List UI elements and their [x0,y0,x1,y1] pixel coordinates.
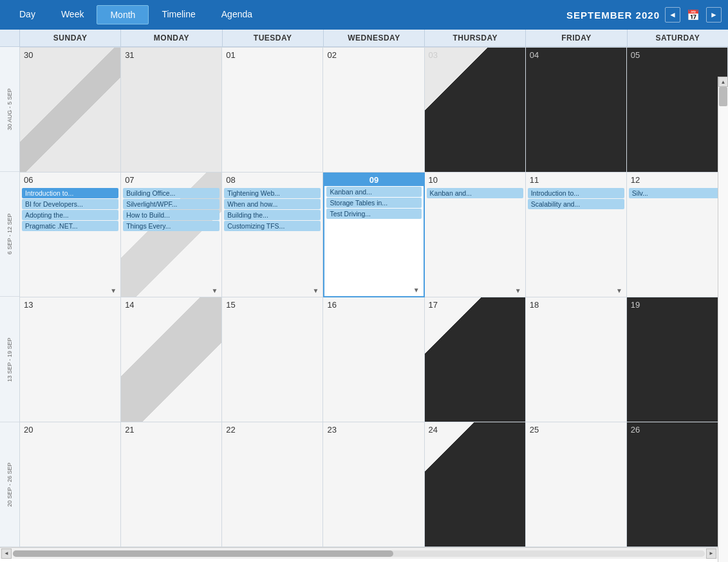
cell-sep-04[interactable]: 04 [526,48,627,173]
cell-aug-30[interactable]: 30 [20,48,121,173]
cell-sep-25[interactable]: 25 [526,422,627,547]
event-sep06-4[interactable]: Pragmatic .NET... [22,221,118,231]
event-sep09-1[interactable]: Kanban and... [326,187,421,197]
header-thursday: THURSDAY [424,30,525,46]
scroll-left-button[interactable]: ◄ [1,548,12,559]
date-sep-25: 25 [526,422,626,437]
cell-sep-08[interactable]: 08 Tightening Web... When and how... Bui… [222,173,323,297]
cell-sep-21[interactable]: 21 [121,422,222,547]
event-sep06-2[interactable]: BI for Developers... [22,199,118,209]
event-sep08-4[interactable]: Customizing TFS... [224,221,321,231]
more-sep11[interactable]: ▼ [616,287,622,294]
scroll-right-button[interactable]: ► [706,548,716,559]
more-sep09[interactable]: ▼ [413,286,420,294]
week-labels: 30 AUG - 5 SEP 6 SEP - 12 SEP 13 SEP - 1… [0,47,19,547]
event-sep07-3[interactable]: How to Build... [123,210,219,220]
h-scroll-thumb[interactable] [13,550,393,557]
event-sep07-2[interactable]: Silverlight/WPF... [123,199,219,209]
date-sep-16: 16 [323,297,424,312]
event-sep07-1[interactable]: Building Office... [123,188,219,198]
week-label-2: 13 SEP - 19 SEP [0,297,19,422]
date-sep-06: 06 [20,173,120,187]
scroll-thumb[interactable] [719,87,727,106]
date-sep-12: 12 [627,173,727,187]
header-wednesday: WEDNESDAY [323,30,424,46]
date-sep-22: 22 [222,422,322,437]
date-aug-31: 31 [121,48,221,62]
tab-day[interactable]: Day [6,5,48,24]
cell-sep-05[interactable]: 05 [627,48,728,173]
date-sep-15: 15 [222,297,322,312]
tab-agenda[interactable]: Agenda [209,5,265,24]
tab-week[interactable]: Week [48,5,97,24]
date-sep-09: 09 [324,174,423,186]
event-sep12-1[interactable]: Silv... [629,188,725,198]
event-sep08-2[interactable]: When and how... [224,199,321,209]
cell-sep-22[interactable]: 22 [222,422,323,547]
more-sep08[interactable]: ▼ [313,287,319,294]
cell-sep-12[interactable]: 12 Silv... [627,173,728,297]
more-sep10[interactable]: ▼ [515,287,521,294]
date-sep-21: 21 [121,422,221,437]
cell-sep-11[interactable]: 11 Introduction to... Scalability and...… [526,173,627,297]
next-month-button[interactable]: ► [706,7,722,23]
cell-sep-06[interactable]: 06 Introduction to... BI for Developers.… [20,173,121,297]
date-sep-08: 08 [222,173,322,187]
cell-sep-16[interactable]: 16 [323,297,424,422]
event-sep08-1[interactable]: Tightening Web... [224,188,321,198]
date-sep-10: 10 [425,173,525,187]
date-sep-03: 03 [425,48,525,62]
scroll-up-button[interactable]: ▲ [718,77,728,87]
cell-sep-23[interactable]: 23 [323,422,424,547]
date-sep-11: 11 [526,173,626,187]
event-sep08-3[interactable]: Building the... [224,210,321,220]
tab-month[interactable]: Month [97,5,149,24]
cell-sep-02[interactable]: 02 [323,48,424,173]
cell-sep-26[interactable]: 26 [627,422,728,547]
h-scroll-track [13,550,705,557]
date-sep-19: 19 [627,297,727,312]
cell-sep-03[interactable]: 03 [425,48,526,173]
cell-sep-17[interactable]: 17 [425,297,526,422]
cell-sep-19[interactable]: 19 [627,297,728,422]
more-sep06[interactable]: ▼ [110,287,117,294]
cell-sep-20[interactable]: 20 [20,422,121,547]
date-sep-14: 14 [121,297,221,312]
date-sep-01: 01 [222,48,322,62]
event-sep11-2[interactable]: Scalability and... [528,199,624,209]
cell-sep-07[interactable]: 07 Building Office... Silverlight/WPF...… [121,173,222,297]
date-sep-13: 13 [20,297,120,312]
event-sep07-4[interactable]: Things Every... [123,221,219,231]
tab-timeline[interactable]: Timeline [149,5,208,24]
cell-sep-14[interactable]: 14 [121,297,222,422]
calendar-grid: 30 31 01 02 03 04 05 06 Introduction to.… [19,47,728,547]
week-label-spacer [0,30,19,46]
date-sep-26: 26 [627,422,727,437]
event-sep10-1[interactable]: Kanban and... [427,188,523,198]
cell-sep-15[interactable]: 15 [222,297,323,422]
scroll-track [718,87,728,562]
cell-sep-18[interactable]: 18 [526,297,627,422]
cell-aug-31[interactable]: 31 [121,48,222,173]
event-sep09-3[interactable]: Test Driving... [326,209,421,219]
cell-sep-24[interactable]: 24 [425,422,526,547]
cell-sep-09[interactable]: 09 Kanban and... Storage Tables in... Te… [323,173,424,297]
view-tabs: Day Week Month Timeline Agenda [6,5,265,24]
date-sep-20: 20 [20,422,120,437]
more-sep07[interactable]: ▼ [211,287,218,294]
header-tuesday: TUESDAY [222,30,323,46]
prev-month-button[interactable]: ◄ [665,7,680,23]
date-sep-17: 17 [425,297,525,312]
horizontal-scrollbar-area: ◄ ► [0,547,718,559]
date-aug-30: 30 [20,48,120,62]
event-sep06-3[interactable]: Adopting the... [22,210,118,220]
event-sep09-2[interactable]: Storage Tables in... [326,198,421,208]
event-sep11-1[interactable]: Introduction to... [528,188,624,198]
cell-sep-01[interactable]: 01 [222,48,323,173]
event-sep06-1[interactable]: Introduction to... [22,188,118,198]
cell-sep-13[interactable]: 13 [20,297,121,422]
week-label-3: 20 SEP - 26 SEP [0,422,19,547]
calendar-picker-icon[interactable]: 📅 [686,7,701,23]
calendar-header: Day Week Month Timeline Agenda SEPTEMBER… [0,0,728,30]
cell-sep-10[interactable]: 10 Kanban and... ▼ [425,173,526,297]
